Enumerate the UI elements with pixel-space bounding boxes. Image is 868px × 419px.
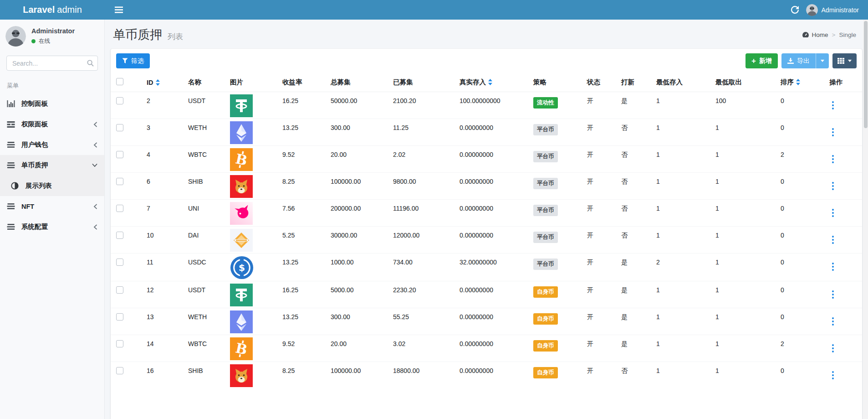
row-checkbox[interactable]	[116, 151, 123, 158]
row-checkbox[interactable]	[116, 313, 123, 321]
chevron-left-icon	[93, 122, 97, 127]
table-row: 7UNI7.56200000.0011196.000.00000000平台币开否…	[111, 200, 862, 227]
row-actions-button[interactable]	[829, 234, 837, 246]
cell-raised: 2230.20	[389, 281, 456, 308]
cell-total: 1000.00	[327, 253, 389, 281]
strategy-badge: 平台币	[533, 259, 558, 270]
column-header: 图片	[226, 73, 279, 92]
row-checkbox[interactable]	[116, 205, 123, 212]
breadcrumb-home-link[interactable]: Home	[802, 31, 828, 38]
row-checkbox[interactable]	[116, 259, 123, 266]
sidebar-item-user-wallet[interactable]: 用户钱包	[0, 134, 104, 155]
cell-id: 7	[143, 200, 184, 227]
strategy-badge: 平台币	[533, 124, 558, 135]
online-status-label: 在线	[39, 37, 50, 45]
online-status-icon	[31, 39, 36, 43]
cell-real-deposit: 0.00000000	[456, 362, 530, 389]
row-checkbox[interactable]	[116, 340, 123, 347]
brand-logo[interactable]: Laravel admin	[0, 0, 105, 20]
cell-total: 100000.00	[327, 173, 389, 200]
cell-status: 开	[583, 92, 618, 119]
row-checkbox[interactable]	[116, 367, 123, 374]
row-checkbox[interactable]	[116, 124, 123, 131]
sidebar-item-nft[interactable]: NFT	[0, 196, 104, 217]
usdt-icon	[230, 284, 253, 306]
cell-status: 开	[583, 227, 618, 253]
export-button[interactable]: 导出	[781, 53, 816, 68]
scrollbar-thumb[interactable]	[864, 21, 868, 128]
row-actions-button[interactable]	[829, 181, 837, 192]
cell-id: 12	[143, 281, 184, 308]
sidebar-user-name: Administrator	[31, 27, 75, 35]
navbar-user-name: Administrator	[822, 6, 859, 14]
cell-status: 开	[583, 146, 618, 173]
select-all-checkbox[interactable]	[116, 78, 123, 85]
column-header[interactable]: 真实存入	[456, 73, 530, 92]
cell-real-deposit: 0.00000000	[456, 227, 530, 253]
cell-raised: 11196.00	[389, 200, 456, 227]
table-row: 13WETH13.25300.0055.250.00000000自身币开是110	[111, 308, 862, 335]
add-button[interactable]: + 新增	[745, 53, 778, 68]
row-checkbox[interactable]	[116, 286, 123, 294]
row-actions-button[interactable]	[829, 154, 837, 165]
cell-status: 开	[583, 253, 618, 281]
row-checkbox[interactable]	[116, 178, 123, 185]
cell-name: USDT	[184, 92, 226, 119]
cell-real-deposit: 0.00000000	[456, 119, 530, 146]
table-row: 11USDC$13.251000.00734.0032.00000000平台币开…	[111, 253, 862, 281]
cell-checkbox	[111, 281, 143, 308]
cell-total: 20.00	[327, 146, 389, 173]
navbar-user-menu[interactable]: Administrator	[806, 4, 859, 16]
sidebar-item-dashboard[interactable]: 控制面板	[0, 93, 104, 114]
sidebar-item-display-list[interactable]: 展示列表	[0, 176, 104, 196]
row-actions-button[interactable]	[829, 370, 837, 381]
table-row: 2USDT16.2550000.002100.20100.00000000流动性…	[111, 92, 862, 119]
table-row: 16SHIB8.25100000.0018800.000.00000000自身币…	[111, 362, 862, 389]
cell-sort: 0	[777, 92, 826, 119]
row-actions-button[interactable]	[829, 316, 837, 327]
row-actions-button[interactable]	[829, 127, 837, 138]
refresh-button[interactable]	[791, 6, 799, 14]
cell-actions	[826, 119, 862, 146]
cell-name: SHIB	[184, 362, 226, 389]
sidebar-menu: 控制面板权限面板用户钱包单币质押展示列表NFT系统配置	[0, 93, 104, 237]
cell-actions	[826, 335, 862, 362]
sidebar-toggle-button[interactable]	[115, 6, 123, 13]
page-scrollbar[interactable]	[863, 20, 868, 419]
cell-min-deposit: 1	[653, 146, 712, 173]
sidebar-search-input[interactable]	[6, 56, 98, 71]
filter-button[interactable]: 筛选	[116, 53, 150, 68]
table-row: 6SHIB8.25100000.009800.000.00000000平台币开否…	[111, 173, 862, 200]
cell-rate: 16.25	[279, 92, 327, 119]
uni-icon	[230, 202, 253, 225]
sidebar: Administrator 在线 菜单 控制面板权限面板用户钱包单币质押展示列表…	[0, 20, 105, 419]
cell-raised: 734.00	[389, 253, 456, 281]
row-actions-button[interactable]	[829, 289, 837, 300]
column-header: 已募集	[389, 73, 456, 92]
row-checkbox[interactable]	[116, 97, 123, 104]
sidebar-item-system-config[interactable]: 系统配置	[0, 217, 104, 237]
cell-min-deposit: 1	[653, 335, 712, 362]
cell-total: 100000.00	[327, 362, 389, 389]
cell-name: WETH	[184, 119, 226, 146]
sidebar-item-single-stake[interactable]: 单币质押	[0, 155, 104, 176]
row-actions-button[interactable]	[829, 261, 837, 273]
cell-checkbox	[111, 308, 143, 335]
row-actions-button[interactable]	[829, 207, 837, 219]
sidebar-item-permissions[interactable]: 权限面板	[0, 114, 104, 134]
export-dropdown-button[interactable]	[816, 53, 829, 68]
columns-dropdown-button[interactable]	[832, 53, 857, 68]
cell-strategy: 平台币	[530, 146, 583, 173]
chart-bar-icon	[7, 100, 18, 108]
cell-rate: 8.25	[279, 362, 327, 389]
row-checkbox[interactable]	[116, 232, 123, 239]
cell-sort: 0	[777, 227, 826, 253]
row-actions-button[interactable]	[829, 343, 837, 354]
column-header[interactable]: ID	[143, 73, 184, 92]
sidebar-item-label: 系统配置	[21, 222, 48, 231]
cell-strategy: 平台币	[530, 200, 583, 227]
row-actions-button[interactable]	[829, 100, 837, 111]
search-submit-button[interactable]	[87, 60, 94, 67]
column-header[interactable]: 排序	[777, 73, 826, 92]
dashboard-icon	[802, 31, 809, 38]
